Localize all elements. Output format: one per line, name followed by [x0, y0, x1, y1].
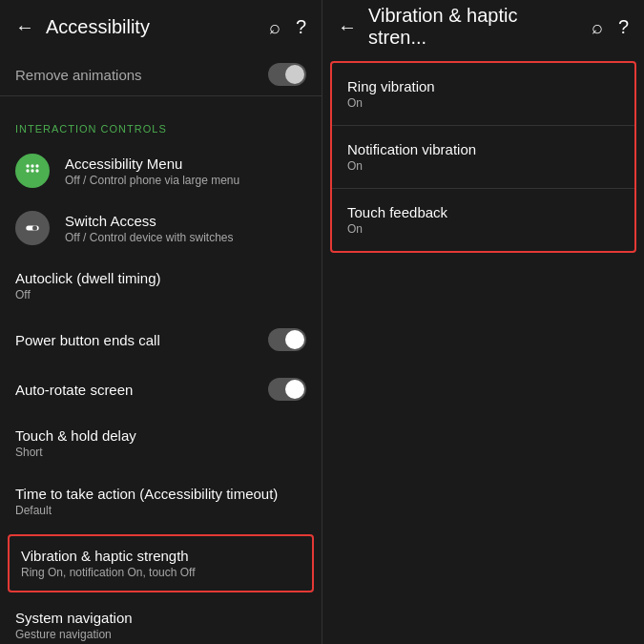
system-navigation-title: System navigation	[15, 610, 306, 626]
accessibility-menu-text: Accessibility Menu Off / Control phone v…	[65, 156, 306, 187]
left-search-icon[interactable]: ⌕	[269, 16, 280, 38]
notification-vibration-row[interactable]: Notification vibration On	[332, 126, 634, 189]
accessibility-menu-item[interactable]: Accessibility Menu Off / Control phone v…	[0, 142, 322, 199]
auto-rotate-toggle[interactable]	[268, 378, 306, 401]
ring-vibration-subtitle: On	[347, 96, 619, 110]
time-action-row[interactable]: Time to take action (Accessibility timeo…	[0, 472, 322, 530]
vibration-haptic-row[interactable]: Vibration & haptic strength Ring On, not…	[8, 534, 314, 592]
switch-access-text: Switch Access Off / Control device with …	[65, 213, 306, 244]
switch-access-item[interactable]: Switch Access Off / Control device with …	[0, 199, 322, 257]
svg-point-4	[31, 169, 33, 172]
system-navigation-subtitle: Gesture navigation	[15, 628, 306, 641]
touch-hold-row[interactable]: Touch & hold delay Short	[0, 414, 322, 472]
vibration-haptic-title: Vibration & haptic strength	[21, 548, 301, 564]
right-help-icon[interactable]: ?	[618, 16, 629, 38]
left-page-title: Accessibility	[46, 16, 258, 38]
svg-point-2	[35, 164, 38, 167]
auto-rotate-title: Auto-rotate screen	[15, 382, 133, 398]
ring-vibration-row[interactable]: Ring vibration On	[332, 63, 634, 126]
remove-animations-toggle[interactable]	[268, 63, 306, 86]
power-button-row[interactable]: Power button ends call	[0, 315, 322, 364]
left-help-icon[interactable]: ?	[296, 16, 306, 38]
autoclick-subtitle: Off	[15, 288, 306, 301]
autoclick-row[interactable]: Autoclick (dwell timing) Off	[0, 257, 322, 315]
remove-animations-label: Remove animations	[15, 67, 142, 83]
remove-animations-row[interactable]: Remove animations	[0, 53, 322, 95]
right-back-button[interactable]: ←	[338, 16, 357, 38]
left-header: ← Accessibility ⌕ ?	[0, 0, 322, 53]
accessibility-menu-title: Accessibility Menu	[65, 156, 306, 172]
time-action-title: Time to take action (Accessibility timeo…	[15, 486, 306, 502]
system-navigation-row[interactable]: System navigation Gesture navigation	[0, 596, 322, 644]
right-highlighted-box: Ring vibration On Notification vibration…	[330, 61, 636, 253]
right-search-icon[interactable]: ⌕	[592, 16, 603, 38]
auto-rotate-row[interactable]: Auto-rotate screen	[0, 364, 322, 414]
notification-vibration-title: Notification vibration	[347, 141, 619, 157]
svg-point-5	[35, 169, 38, 172]
interaction-controls-divider	[0, 95, 322, 108]
touch-feedback-row[interactable]: Touch feedback On	[332, 189, 634, 251]
time-action-subtitle: Default	[15, 504, 306, 517]
right-header: ← Vibration & haptic stren... ⌕ ?	[322, 0, 644, 53]
svg-point-0	[26, 164, 29, 167]
touch-hold-subtitle: Short	[15, 446, 306, 459]
touch-hold-title: Touch & hold delay	[15, 427, 306, 444]
accessibility-menu-subtitle: Off / Control phone via large menu	[65, 174, 306, 187]
left-panel: ← Accessibility ⌕ ? Remove animations IN…	[0, 0, 322, 644]
notification-vibration-subtitle: On	[347, 159, 619, 173]
autoclick-title: Autoclick (dwell timing)	[15, 270, 306, 286]
accessibility-menu-icon	[15, 154, 50, 188]
right-panel: ← Vibration & haptic stren... ⌕ ? Ring v…	[322, 0, 644, 644]
left-header-icons: ⌕ ?	[269, 16, 306, 38]
power-button-title: Power button ends call	[15, 332, 160, 348]
switch-access-icon	[15, 211, 50, 245]
left-back-button[interactable]: ←	[15, 16, 34, 38]
switch-access-subtitle: Off / Control device with switches	[65, 231, 306, 244]
touch-feedback-subtitle: On	[347, 222, 619, 236]
vibration-haptic-subtitle: Ring On, notification On, touch Off	[21, 566, 301, 579]
right-header-icons: ⌕ ?	[592, 16, 629, 38]
interaction-controls-label: INTERACTION CONTROLS	[0, 108, 322, 142]
power-button-toggle[interactable]	[268, 328, 306, 351]
touch-feedback-title: Touch feedback	[347, 204, 619, 220]
right-content: Ring vibration On Notification vibration…	[322, 53, 644, 644]
svg-point-7	[32, 226, 37, 231]
left-content: Remove animations INTERACTION CONTROLS A…	[0, 53, 322, 644]
ring-vibration-title: Ring vibration	[347, 78, 619, 94]
switch-access-title: Switch Access	[65, 213, 306, 229]
svg-point-1	[31, 164, 33, 167]
svg-point-3	[26, 169, 29, 172]
right-page-title: Vibration & haptic stren...	[368, 5, 580, 49]
